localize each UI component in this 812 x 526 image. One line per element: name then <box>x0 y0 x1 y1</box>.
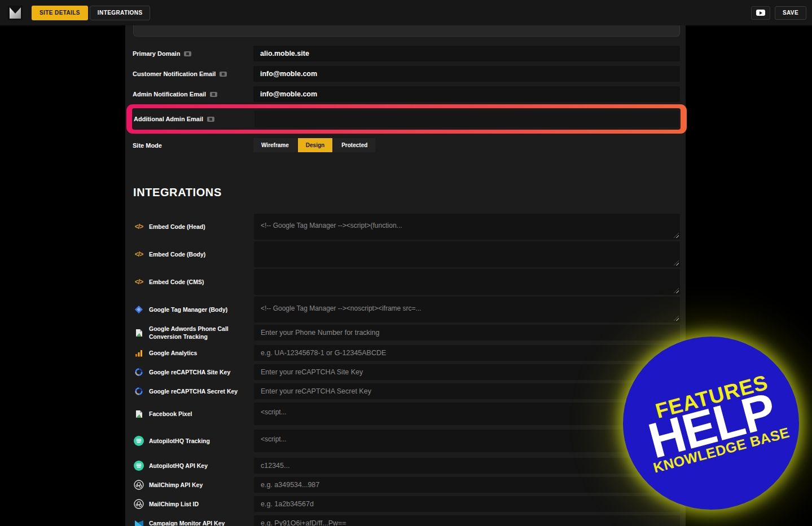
google-analytics-input[interactable] <box>254 345 680 361</box>
integration-row: AutopilotHQ Tracking <box>133 430 680 452</box>
help-video-icon[interactable] <box>184 51 191 56</box>
field-row-primary-domain: Primary Domain <box>133 46 680 61</box>
embed-code-body-textarea[interactable] <box>254 241 680 267</box>
tab-integrations[interactable]: INTEGRATIONS <box>90 6 151 20</box>
integration-row: </> Embed Code (Head) <box>133 214 680 240</box>
integration-row: MailChimp API Key <box>133 477 680 493</box>
adwords-icon <box>133 329 145 337</box>
integration-row: Facebook Pixel <box>133 403 680 425</box>
site-mode-design-button[interactable]: Design <box>298 138 332 152</box>
integration-label: Google reCAPTCHA Secret Key <box>149 387 254 395</box>
top-bar: SITE DETAILS INTEGRATIONS SAVE <box>0 0 812 25</box>
site-mode-label: Site Mode <box>133 142 253 149</box>
highlight-border: Additional Admin Email <box>126 104 687 134</box>
facebook-pixel-textarea[interactable] <box>254 403 680 425</box>
field-row-additional-admin-email: Additional Admin Email <box>134 110 679 127</box>
recaptcha-site-key-input[interactable] <box>254 364 680 380</box>
field-label: Admin Notification Email <box>133 91 253 98</box>
embed-code-cms-textarea[interactable] <box>254 269 680 295</box>
help-knowledge-base-badge[interactable]: FEATURES HELP KNOWLEDGE BASE <box>623 337 799 510</box>
admin-notification-email-label: Admin Notification Email <box>133 91 206 98</box>
integration-label: Google reCAPTCHA Site Key <box>149 368 254 376</box>
autopilot-api-key-input[interactable] <box>254 458 680 474</box>
primary-domain-input[interactable] <box>253 46 680 61</box>
analytics-icon <box>133 350 145 357</box>
integration-row: Google Tag Manager (Body) <box>133 297 680 322</box>
integration-label: Embed Code (Body) <box>149 250 254 258</box>
mailchimp-icon <box>133 499 145 509</box>
autopilot-icon <box>133 436 145 446</box>
topbar-actions: SAVE <box>751 6 806 20</box>
recaptcha-icon <box>133 387 145 396</box>
code-icon: </> <box>133 250 145 258</box>
integration-label: AutopilotHQ Tracking <box>149 437 254 445</box>
autopilot-icon <box>133 461 145 471</box>
integration-row: MailChimp List ID <box>133 496 680 512</box>
help-video-icon[interactable] <box>210 92 217 97</box>
integration-label: Embed Code (CMS) <box>149 278 254 286</box>
gtm-body-textarea[interactable] <box>254 297 680 322</box>
mailchimp-icon <box>133 480 145 490</box>
badge-text: FEATURES HELP KNOWLEDGE BASE <box>631 369 791 478</box>
help-video-button[interactable] <box>751 6 770 20</box>
integration-row: </> Embed Code (Body) <box>133 241 680 267</box>
help-video-icon[interactable] <box>220 72 227 77</box>
integration-label: Google Adwords Phone Call Conversion Tra… <box>149 325 254 341</box>
cutoff-field <box>133 25 680 37</box>
embed-code-head-textarea[interactable] <box>254 214 680 240</box>
integration-row: </> Embed Code (CMS) <box>133 269 680 295</box>
header-tabs: SITE DETAILS INTEGRATIONS <box>32 6 150 20</box>
integration-label: Google Analytics <box>149 349 254 357</box>
site-mode-wireframe-button[interactable]: Wireframe <box>253 138 297 152</box>
mailchimp-list-id-input[interactable] <box>254 496 680 512</box>
integration-row: Google reCAPTCHA Secret Key <box>133 383 680 399</box>
settings-panel: Primary Domain Customer Notification Ema… <box>125 25 686 526</box>
site-mode-toggle: Wireframe Design Protected <box>253 138 375 152</box>
field-label: Primary Domain <box>133 50 253 57</box>
integration-label: MailChimp API Key <box>149 481 254 489</box>
integration-label: Embed Code (Head) <box>149 223 254 231</box>
integration-label: Google Tag Manager (Body) <box>149 306 254 313</box>
field-row-customer-notification-email: Customer Notification Email <box>133 66 680 82</box>
additional-admin-email-input[interactable] <box>254 110 679 127</box>
additional-admin-email-label: Additional Admin Email <box>134 116 203 122</box>
primary-domain-label: Primary Domain <box>133 50 180 57</box>
field-row-site-mode: Site Mode Wireframe Design Protected <box>133 138 680 152</box>
autopilot-tracking-textarea[interactable] <box>254 430 680 452</box>
gtm-icon <box>133 305 145 314</box>
admin-notification-email-input[interactable] <box>253 86 680 102</box>
mailchimp-api-key-input[interactable] <box>254 477 680 493</box>
field-label: Additional Admin Email <box>134 116 254 122</box>
customer-notification-email-label: Customer Notification Email <box>133 70 216 77</box>
campaign-monitor-api-key-input[interactable] <box>254 515 680 526</box>
integration-row: Google reCAPTCHA Site Key <box>133 364 680 380</box>
field-row-admin-notification-email: Admin Notification Email <box>133 86 680 102</box>
help-video-icon[interactable] <box>207 117 214 122</box>
save-button[interactable]: SAVE <box>775 6 806 20</box>
customer-notification-email-input[interactable] <box>253 66 680 82</box>
video-play-icon <box>756 10 765 16</box>
code-icon: </> <box>133 278 145 286</box>
facebook-pixel-icon <box>133 410 145 418</box>
campaign-monitor-icon <box>133 520 145 526</box>
integration-label: Campaign Monitor API Key <box>149 519 254 526</box>
recaptcha-secret-key-input[interactable] <box>254 383 680 399</box>
code-icon: </> <box>133 223 145 231</box>
integration-row: Google Adwords Phone Call Conversion Tra… <box>133 325 680 341</box>
integration-label: Facebook Pixel <box>149 410 254 418</box>
integration-label: MailChimp List ID <box>149 500 254 508</box>
integration-label: AutopilotHQ API Key <box>149 462 254 470</box>
adwords-phone-input[interactable] <box>254 325 680 341</box>
field-label: Customer Notification Email <box>133 70 253 77</box>
integration-row: AutopilotHQ API Key <box>133 458 680 474</box>
integration-row: Campaign Monitor API Key <box>133 515 680 526</box>
site-mode-protected-button[interactable]: Protected <box>333 138 375 152</box>
integrations-heading: INTEGRATIONS <box>133 186 680 199</box>
recaptcha-icon <box>133 368 145 377</box>
tab-site-details[interactable]: SITE DETAILS <box>32 6 88 20</box>
integration-row: Google Analytics <box>133 345 680 361</box>
moble-logo-icon[interactable] <box>8 6 23 20</box>
